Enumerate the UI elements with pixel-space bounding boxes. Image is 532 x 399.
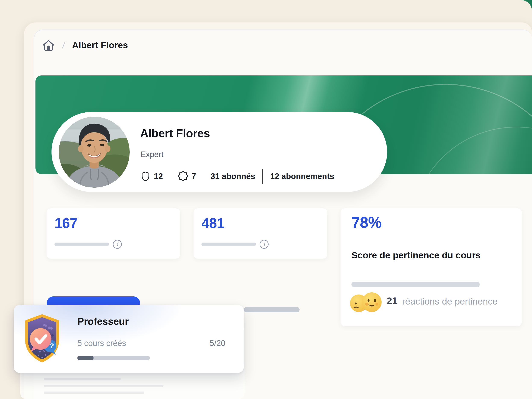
profile-name: Albert Flores [140,127,210,140]
ghost-text-line [44,385,164,387]
badge-progress-track [77,356,150,360]
reactions-label: réactions de pertinence [402,296,498,307]
breadcrumb: / Albert Flores [42,38,128,52]
badge-progress-fill [77,356,94,360]
svg-text:i: i [263,241,265,247]
stat-1-progress [55,243,109,246]
stat-2-value: 481 [202,215,224,231]
avatar [59,117,130,188]
home-icon[interactable] [42,39,55,52]
ghost-text-line [44,378,121,380]
score-progress [351,282,480,287]
badge-subtitle: 5 cours créés [77,339,126,348]
badge-progress-text: 5/20 [209,339,225,348]
stat-2-progress [202,243,256,246]
seal-icon [178,171,189,182]
info-icon[interactable]: i [259,240,269,249]
stats-divider [262,169,263,184]
emoji-smile-icon [362,292,382,312]
score-value: 78% [351,214,382,231]
svg-text:i: i [116,241,119,247]
following-count: 12 abonnements [270,172,334,181]
svg-text:?: ? [50,342,54,350]
ghost-text-line [44,392,144,394]
info-icon[interactable]: i [113,240,122,249]
badge-popup: ? Professeur 5 cours créés 5/20 [14,305,244,373]
professor-badge-icon: ? [22,314,62,362]
seal-stat: 7 [191,172,196,181]
profile-role: Expert [141,150,164,159]
shield-stat: 12 [154,172,163,181]
followers-count: 31 abonnés [210,172,255,181]
stat-1-value: 167 [55,215,77,231]
breadcrumb-separator: / [62,41,65,50]
badge-title: Professeur [77,316,129,327]
breadcrumb-current: Albert Flores [72,40,128,51]
background-progress-bar [244,307,299,312]
profile-stats-row: 12 7 31 abonnés 12 abonnements [140,169,334,184]
reactions-count: 21 [387,295,397,306]
score-label: Score de pertinence du cours [351,250,481,260]
shield-icon [140,171,151,182]
